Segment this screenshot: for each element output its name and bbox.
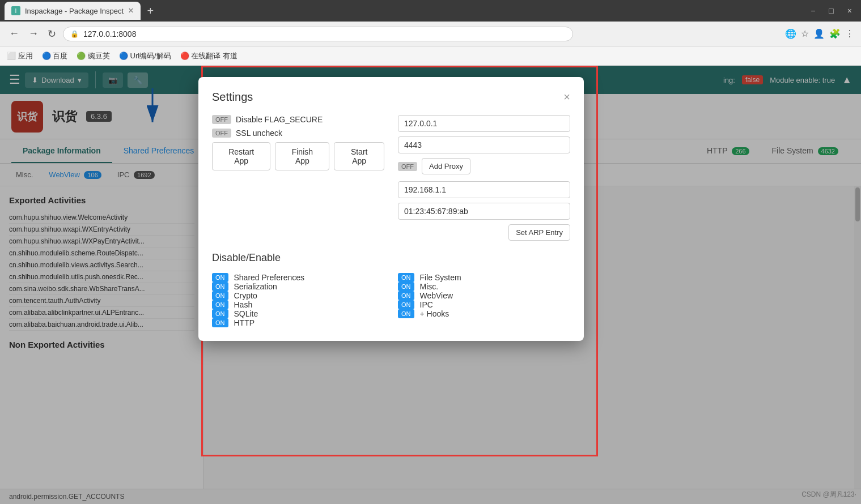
de-left-col: ONShared PreferencesONSerializationONCry… (212, 273, 384, 327)
ssl-uncheck-label: SSL uncheck (236, 129, 282, 138)
settings-top-section: OFF Disable FLAG_SECURE OFF SSL uncheck … (212, 115, 570, 241)
de-item: ONIPC (398, 300, 570, 309)
tab-title: Inspackage - Package Inspect (25, 7, 124, 15)
translate-btn[interactable]: 🌐 (785, 28, 796, 39)
de-label: + Hooks (420, 309, 449, 318)
de-toggle[interactable]: ON (212, 273, 228, 282)
modal-header: Settings × (212, 91, 570, 104)
de-toggle[interactable]: ON (212, 309, 228, 318)
browser-tab[interactable]: I Inspackage - Package Inspect × (5, 2, 141, 20)
star-btn[interactable]: ☆ (801, 28, 809, 39)
de-item: ONHash (212, 300, 384, 309)
de-label: IPC (420, 300, 433, 309)
settings-modal: Settings × OFF Disable FLAG_SECURE OFF S… (198, 77, 584, 341)
de-item: ONSQLite (212, 309, 384, 318)
proxy-toggle[interactable]: OFF (398, 162, 417, 171)
profile-btn[interactable]: 👤 (813, 28, 825, 39)
de-label: File System (420, 273, 461, 282)
de-item: ONShared Preferences (212, 273, 384, 282)
de-item: ONSerialization (212, 282, 384, 291)
close-btn[interactable]: × (843, 4, 856, 18)
arp-section: Set ARP Entry (398, 181, 570, 224)
de-label: SQLite (234, 309, 258, 318)
de-toggle[interactable]: ON (212, 318, 228, 327)
de-label: HTTP (234, 318, 255, 327)
de-item: ONCrypto (212, 291, 384, 300)
disable-enable-title: Disable/Enable (212, 252, 570, 264)
bookmark-baidu[interactable]: 🔵 百度 (42, 51, 68, 61)
address-bar: ← → ↻ 🔒 127.0.0.1:8008 🌐 ☆ 👤 🧩 ⋮ (0, 22, 861, 46)
port-input[interactable] (398, 136, 570, 153)
de-label: Serialization (234, 282, 277, 291)
start-app-btn[interactable]: Start App (334, 142, 384, 170)
de-toggle[interactable]: ON (212, 300, 228, 309)
add-proxy-btn[interactable]: Add Proxy (422, 158, 470, 174)
proxy-row: OFF Add Proxy (398, 158, 570, 174)
set-arp-btn[interactable]: Set ARP Entry (508, 224, 570, 241)
ip-input[interactable] (398, 115, 570, 132)
restart-app-btn[interactable]: Restart App (212, 142, 270, 170)
arp-ip-input[interactable] (398, 181, 570, 198)
de-item: ON+ Hooks (398, 309, 570, 318)
forward-btn[interactable]: → (26, 25, 41, 42)
de-toggle[interactable]: ON (212, 291, 228, 300)
url-text: 127.0.0.1:8008 (83, 29, 136, 39)
de-toggle[interactable]: ON (398, 300, 414, 309)
browser-actions: 🌐 ☆ 👤 🧩 ⋮ (785, 28, 854, 39)
disable-enable-section: Disable/Enable ONShared PreferencesONSer… (212, 252, 570, 327)
de-right-col: ONFile SystemONMisc.ONWebViewONIPCON+ Ho… (398, 273, 570, 327)
bookmark-translate[interactable]: 🔴 在线翻译 有道 (180, 51, 237, 61)
de-item: ONMisc. (398, 282, 570, 291)
app-area: ☰ ⬇ Download ▾ 📷 🔧 (0, 66, 861, 504)
de-item: ONWebView (398, 291, 570, 300)
back-btn[interactable]: ← (7, 25, 22, 42)
flag-secure-toggle[interactable]: OFF (212, 115, 231, 124)
tab-bar: I Inspackage - Package Inspect × + − □ × (0, 0, 861, 22)
bookmark-url-encode[interactable]: 🔵 Url编码/解码 (119, 51, 171, 61)
de-toggle[interactable]: ON (212, 282, 228, 291)
de-toggle[interactable]: ON (398, 309, 414, 318)
settings-right-col: OFF Add Proxy Set ARP Entry (398, 115, 570, 241)
finish-app-btn[interactable]: Finish App (275, 142, 329, 170)
new-tab-btn[interactable]: + (143, 5, 159, 18)
menu-dots-btn[interactable]: ⋮ (845, 28, 854, 39)
de-label: WebView (420, 291, 453, 300)
app-control-buttons: Restart App Finish App Start App (212, 142, 384, 170)
de-toggle[interactable]: ON (398, 291, 414, 300)
de-label: Shared Preferences (234, 273, 305, 282)
browser-chrome: I Inspackage - Package Inspect × + − □ ×… (0, 0, 861, 66)
reload-btn[interactable]: ↻ (45, 25, 58, 42)
de-item: ONHTTP (212, 318, 384, 327)
arp-mac-input[interactable] (398, 203, 570, 220)
de-toggle[interactable]: ON (398, 282, 414, 291)
de-toggle[interactable]: ON (398, 273, 414, 282)
maximize-btn[interactable]: □ (824, 4, 838, 18)
de-label: Hash (234, 300, 253, 309)
tab-favicon: I (11, 6, 20, 15)
modal-title: Settings (212, 91, 253, 104)
ssl-uncheck-row: OFF SSL uncheck (212, 129, 384, 138)
bookmarks-bar: ⬜ 应用 🔵 百度 🟢 豌豆英 🔵 Url编码/解码 🔴 在线翻译 有道 (0, 46, 861, 66)
modal-close-btn[interactable]: × (563, 91, 570, 104)
url-bar[interactable]: 🔒 127.0.0.1:8008 (63, 27, 573, 41)
bookmark-apps[interactable]: ⬜ 应用 (7, 51, 33, 61)
de-label: Misc. (420, 282, 439, 291)
window-controls: − □ × (806, 4, 856, 18)
ssl-uncheck-toggle[interactable]: OFF (212, 129, 231, 138)
de-item: ONFile System (398, 273, 570, 282)
flag-secure-row: OFF Disable FLAG_SECURE (212, 115, 384, 124)
lock-icon: 🔒 (70, 30, 79, 38)
de-label: Crypto (234, 291, 257, 300)
tab-close-btn[interactable]: × (128, 6, 133, 15)
de-grid: ONShared PreferencesONSerializationONCry… (212, 273, 570, 327)
minimize-btn[interactable]: − (806, 4, 820, 18)
flag-secure-label: Disable FLAG_SECURE (236, 115, 323, 124)
bookmark-wandou[interactable]: 🟢 豌豆英 (77, 51, 110, 61)
extensions-btn[interactable]: 🧩 (829, 28, 841, 39)
settings-left-col: OFF Disable FLAG_SECURE OFF SSL uncheck … (212, 115, 384, 241)
